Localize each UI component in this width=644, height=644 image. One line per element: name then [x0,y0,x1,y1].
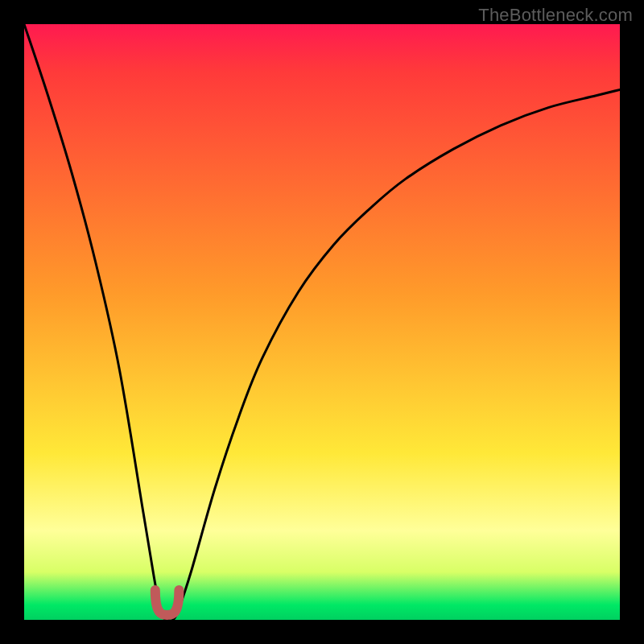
plot-area [24,24,620,620]
curves-layer [24,24,620,620]
optimal-marker [155,590,180,615]
watermark-text: TheBottleneck.com [478,5,633,26]
curve-right [167,89,620,620]
chart-frame: TheBottleneck.com [0,0,644,644]
curve-left [24,24,167,620]
